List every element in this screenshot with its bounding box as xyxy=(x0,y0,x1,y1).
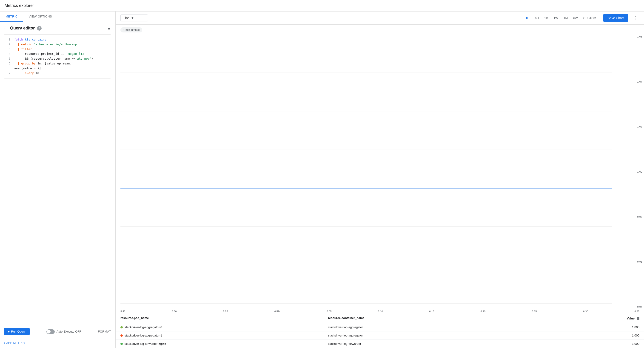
table-row-2: stackdriver-log-forwarder-5gf55 stackdri… xyxy=(116,340,644,348)
td-pod-0: stackdriver-log-aggregator-0 xyxy=(120,325,328,329)
x-label-2: 5:55 xyxy=(223,310,228,313)
main-layout: METRIC VIEW OPTIONS ← Query editor ? ▲ 1… xyxy=(0,12,644,348)
time-btn-custom[interactable]: CUSTOM xyxy=(581,15,598,21)
code-line-6: 6 | group_by 1m, [value_up_mean: mean(va… xyxy=(7,61,108,71)
time-btn-1h[interactable]: 1H xyxy=(523,15,532,21)
x-label-4: 6:05 xyxy=(326,310,332,313)
interval-badge: 1 min interval xyxy=(116,27,644,34)
query-editor-section: ← Query editor ? ▲ 1 fetch k8s_container… xyxy=(0,22,115,325)
chart-area: 1 min interval xyxy=(116,25,644,348)
add-metric-bar[interactable]: + ADD METRIC xyxy=(0,338,115,348)
right-panel: Line ▼ 1H 6H 1D 1W 1M 6W CUSTOM Save Cha… xyxy=(116,12,644,348)
app-title: Metrics explorer xyxy=(4,3,640,8)
chart-toolbar: Line ▼ 1H 6H 1D 1W 1M 6W CUSTOM Save Cha… xyxy=(116,12,644,25)
th-container-name: resource.container_name xyxy=(328,316,536,321)
time-btn-1w[interactable]: 1W xyxy=(552,15,560,21)
dot-icon-1 xyxy=(120,334,123,337)
time-btn-1d[interactable]: 1D xyxy=(542,15,550,21)
data-table: resource.pod_name resource.container_nam… xyxy=(116,314,644,348)
save-chart-button[interactable]: Save Chart xyxy=(603,14,628,22)
query-editor-title: Query editor xyxy=(10,26,35,31)
x-label-5: 6:10 xyxy=(378,310,383,313)
td-value-1: 1.000 xyxy=(536,334,640,337)
code-line-2: 2 | metric 'kubernetes.io/anthos/up' xyxy=(7,42,108,47)
td-pod-2: stackdriver-log-forwarder-5gf55 xyxy=(120,342,328,345)
time-btn-6w[interactable]: 6W xyxy=(571,15,580,21)
x-label-0: 5:45 xyxy=(120,310,125,313)
query-editor-title-row: ← Query editor ? xyxy=(4,26,42,31)
y-label-102: 1.02 xyxy=(637,125,642,128)
th-value: Value ⊞ xyxy=(536,316,640,321)
run-icon xyxy=(8,330,10,333)
y-axis-labels: 1.06 1.04 1.02 1.00 0.98 0.96 0.94 xyxy=(637,34,642,309)
app-container: Metrics explorer METRIC VIEW OPTIONS ← Q… xyxy=(0,0,644,348)
back-button[interactable]: ← xyxy=(4,26,8,31)
chart-wrapper: 1.06 1.04 1.02 1.00 0.98 0.96 0.94 5:45 … xyxy=(116,34,644,314)
code-line-5: 5 && (resource.cluster_name =='aks-nov') xyxy=(7,56,108,61)
tab-view-options[interactable]: VIEW OPTIONS xyxy=(23,12,58,22)
x-label-9: 6:30 xyxy=(583,310,588,313)
x-label-3: 6 PM xyxy=(274,310,280,313)
y-label-100: 1.00 xyxy=(637,170,642,173)
run-query-button[interactable]: Run Query xyxy=(4,328,30,335)
x-label-6: 6:15 xyxy=(429,310,434,313)
x-label-8: 6:25 xyxy=(532,310,537,313)
y-label-104: 1.04 xyxy=(637,80,642,83)
add-metric-label: + ADD METRIC xyxy=(4,341,24,345)
chart-type-value: Line xyxy=(124,16,130,20)
tabs-row: METRIC VIEW OPTIONS xyxy=(0,12,115,22)
chart-type-select[interactable]: Line ▼ xyxy=(120,15,148,21)
time-btn-6h[interactable]: 6H xyxy=(533,15,541,21)
auto-execute-row: Auto-Execute OFF xyxy=(46,329,81,334)
dropdown-arrow-icon: ▼ xyxy=(131,16,134,20)
left-panel: METRIC VIEW OPTIONS ← Query editor ? ▲ 1… xyxy=(0,12,115,348)
more-options-button[interactable]: ⋮ xyxy=(631,14,640,22)
code-line-1: 1 fetch k8s_container xyxy=(7,37,108,42)
th-pod-name: resource.pod_name xyxy=(120,316,328,321)
table-row-1: stackdriver-log-aggregator-1 stackdriver… xyxy=(116,331,644,340)
chart-svg xyxy=(120,34,632,309)
collapse-button[interactable]: ▲ xyxy=(107,26,111,31)
auto-execute-toggle[interactable] xyxy=(46,329,55,334)
y-label-106: 1.06 xyxy=(637,35,642,38)
table-row-0: stackdriver-log-aggregator-0 stackdriver… xyxy=(116,323,644,331)
help-icon[interactable]: ? xyxy=(37,26,42,31)
app-header: Metrics explorer xyxy=(0,0,644,12)
y-label-094: 0.94 xyxy=(637,305,642,308)
td-container-1: stackdriver-log-aggregator xyxy=(328,334,536,337)
y-label-096: 0.96 xyxy=(637,260,642,263)
x-label-10: 6:35 xyxy=(634,310,639,313)
chart-container: 1.06 1.04 1.02 1.00 0.98 0.96 0.94 xyxy=(116,34,644,309)
td-value-0: 1.000 xyxy=(536,325,640,329)
time-range-buttons: 1H 6H 1D 1W 1M 6W CUSTOM xyxy=(523,15,598,21)
tab-metric[interactable]: METRIC xyxy=(0,12,23,22)
code-editor[interactable]: 1 fetch k8s_container 2 | metric 'kubern… xyxy=(4,34,111,78)
time-btn-1m[interactable]: 1M xyxy=(561,15,570,21)
td-value-2: 1.000 xyxy=(536,342,640,345)
auto-execute-label: Auto-Execute OFF xyxy=(56,330,81,333)
dot-icon-2 xyxy=(120,343,123,345)
columns-icon[interactable]: ⊞ xyxy=(636,316,640,321)
format-button[interactable]: FORMAT xyxy=(98,330,111,333)
dot-icon-0 xyxy=(120,326,123,328)
td-container-0: stackdriver-log-aggregator xyxy=(328,325,536,329)
code-line-3: 3 | filter xyxy=(7,47,108,52)
code-line-4: 4 resource.project_id == 'megan-lm2' xyxy=(7,52,108,56)
x-label-1: 5:50 xyxy=(172,310,176,313)
y-label-098: 0.98 xyxy=(637,215,642,218)
td-pod-1: stackdriver-log-aggregator-1 xyxy=(120,334,328,337)
code-line-7: 7 | every 1m xyxy=(7,71,108,76)
bottom-bar: Run Query Auto-Execute OFF FORMAT xyxy=(0,325,115,338)
toggle-knob xyxy=(47,330,50,333)
x-label-7: 6:20 xyxy=(480,310,486,313)
td-container-2: stackdriver-log-forwarder xyxy=(328,342,536,345)
x-axis-labels: 5:45 5:50 5:55 6 PM 6:05 6:10 6:15 6:20 … xyxy=(116,309,644,314)
query-editor-header: ← Query editor ? ▲ xyxy=(4,26,111,31)
table-header: resource.pod_name resource.container_nam… xyxy=(116,314,644,323)
